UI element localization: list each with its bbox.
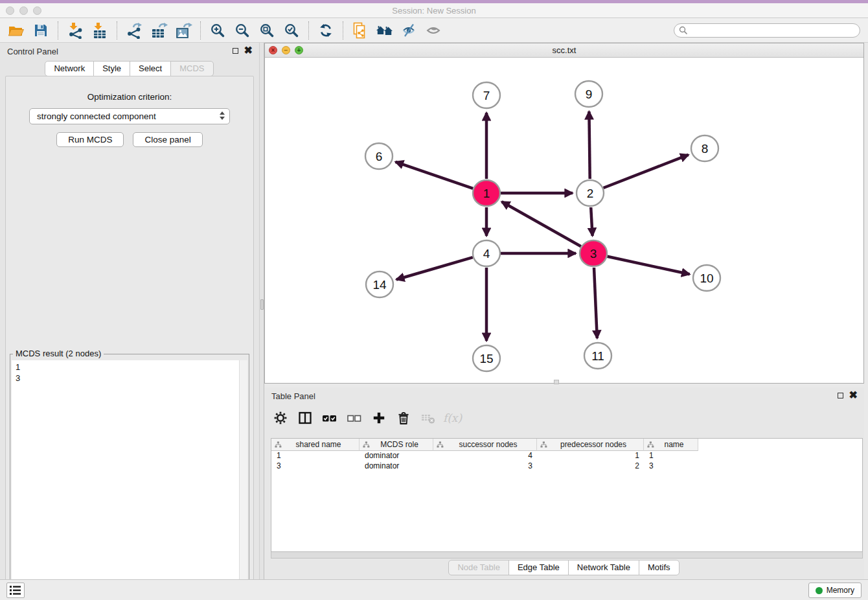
graph-node-label: 6 <box>376 150 383 163</box>
table-cell[interactable]: 1 <box>537 451 644 461</box>
graph-node-1[interactable]: 1 <box>473 180 500 206</box>
memory-button[interactable]: Memory <box>808 583 862 598</box>
graph-node-label: 3 <box>590 247 597 260</box>
create-column-icon[interactable] <box>368 407 389 429</box>
search-input[interactable] <box>691 25 860 36</box>
graph-edge-4-14[interactable] <box>396 257 473 279</box>
zoom-fit-icon[interactable] <box>255 20 279 41</box>
control-panel: Control Panel ✖ NetworkStyleSelectMCDS O… <box>0 43 259 579</box>
column-header-shared-name[interactable]: shared name <box>271 439 360 451</box>
table-cell[interactable]: 3 <box>271 461 360 472</box>
graph-node-3[interactable]: 3 <box>580 240 607 266</box>
import-network-icon[interactable] <box>63 20 87 41</box>
tab-style[interactable]: Style <box>93 61 130 76</box>
mcds-result-list[interactable]: 13 <box>12 360 239 596</box>
unselect-all-columns-icon[interactable] <box>343 407 365 429</box>
export-image-icon[interactable] <box>171 20 196 41</box>
table-row[interactable]: 3dominator323 <box>271 461 862 472</box>
optimization-criterion-value: strongly connected component <box>37 111 156 121</box>
tab-mcds[interactable]: MCDS <box>170 61 213 76</box>
graph-node-6[interactable]: 6 <box>365 143 393 169</box>
node-table[interactable]: shared nameMCDS rolesuccessor nodesprede… <box>271 438 863 552</box>
zoom-selected-icon[interactable] <box>279 20 304 41</box>
graph-node-11[interactable]: 11 <box>584 343 611 369</box>
network-window-titlebar[interactable]: × − + scc.txt <box>265 43 863 58</box>
graph-node-14[interactable]: 14 <box>366 271 393 297</box>
table-panel-title: Table Panel <box>271 391 315 401</box>
session-title: Session: New Session <box>0 6 868 16</box>
graph-node-label: 2 <box>587 187 594 200</box>
export-network-icon[interactable] <box>122 20 146 41</box>
table-cell[interactable]: 3 <box>644 461 698 472</box>
float-panel-icon[interactable] <box>233 48 238 54</box>
result-item: 3 <box>12 373 239 384</box>
open-session-icon[interactable] <box>4 20 29 41</box>
column-header-name[interactable]: name <box>644 439 698 451</box>
float-table-panel-icon[interactable] <box>838 393 843 398</box>
network-graph[interactable]: 7968124314101511 <box>265 58 863 383</box>
table-cell[interactable]: 2 <box>537 461 644 472</box>
show-column-icon[interactable] <box>294 407 315 429</box>
table-row[interactable]: 1dominator411 <box>271 451 862 461</box>
select-all-columns-icon[interactable] <box>319 407 340 429</box>
tab-motifs[interactable]: Motifs <box>639 560 680 575</box>
table-cell[interactable]: 1 <box>271 451 360 461</box>
tab-network-table[interactable]: Network Table <box>568 560 639 575</box>
graph-node-7[interactable]: 7 <box>473 82 500 108</box>
graph-edge-3-10[interactable] <box>608 257 690 275</box>
control-panel-tabs: NetworkStyleSelectMCDS <box>0 61 259 76</box>
tab-network[interactable]: Network <box>45 61 94 76</box>
network-canvas[interactable]: 7968124314101511 <box>265 58 863 383</box>
search-box[interactable] <box>674 23 860 38</box>
table-panel-tabs: Node TableEdge TableNetwork TableMotifs <box>264 560 864 575</box>
column-header-MCDS-role[interactable]: MCDS role <box>360 439 433 451</box>
graph-node-15[interactable]: 15 <box>473 345 500 371</box>
first-neighbors-icon[interactable] <box>372 20 397 41</box>
table-cell[interactable]: 1 <box>644 451 698 461</box>
save-session-icon[interactable] <box>29 20 53 41</box>
graph-node-8[interactable]: 8 <box>691 135 718 161</box>
result-scrollbar[interactable] <box>239 360 247 596</box>
table-panel: Table Panel ✖ f(x) shared <box>264 387 864 579</box>
column-header-predecessor-nodes[interactable]: predecessor nodes <box>537 439 644 451</box>
run-mcds-button[interactable]: Run MCDS <box>56 132 124 147</box>
import-table-icon[interactable] <box>87 20 112 41</box>
apply-layout-icon[interactable] <box>314 20 338 41</box>
graph-edge-2-9[interactable] <box>589 111 589 179</box>
close-table-panel-icon[interactable]: ✖ <box>849 391 858 399</box>
table-cell[interactable]: dominator <box>360 461 433 472</box>
delete-columns-icon[interactable] <box>393 407 414 429</box>
tab-node-table[interactable]: Node Table <box>448 560 509 575</box>
graph-edge-3-1[interactable] <box>502 202 581 246</box>
task-history-button[interactable] <box>6 583 25 598</box>
result-item: 1 <box>12 362 239 373</box>
graph-node-10[interactable]: 10 <box>693 265 720 291</box>
close-panel-button[interactable]: Close panel <box>133 132 202 147</box>
table-cell[interactable]: 3 <box>433 461 537 472</box>
graph-edge-1-6[interactable] <box>396 162 474 189</box>
horizontal-splitter-handle[interactable] <box>554 380 559 384</box>
optimization-criterion-select[interactable]: strongly connected component <box>29 108 230 124</box>
graph-edge-2-3[interactable] <box>591 207 592 236</box>
tab-select[interactable]: Select <box>130 61 171 76</box>
graph-edge-3-11[interactable] <box>594 268 597 338</box>
graph-node-2[interactable]: 2 <box>577 180 604 206</box>
splitter-handle[interactable] <box>260 299 264 310</box>
graph-node-4[interactable]: 4 <box>473 240 500 266</box>
close-panel-icon[interactable]: ✖ <box>244 47 253 54</box>
tab-edge-table[interactable]: Edge Table <box>508 560 569 575</box>
zoom-out-icon[interactable] <box>230 20 255 41</box>
table-cell[interactable]: 4 <box>433 451 537 461</box>
table-options-icon[interactable] <box>269 407 291 429</box>
hide-details-icon[interactable] <box>397 20 422 41</box>
graph-node-9[interactable]: 9 <box>575 81 602 107</box>
show-details-icon[interactable] <box>422 20 446 41</box>
export-table-icon[interactable] <box>146 20 171 41</box>
new-network-icon[interactable] <box>348 20 372 41</box>
table-cell[interactable]: dominator <box>360 451 433 461</box>
column-header-successor-nodes[interactable]: successor nodes <box>433 439 537 451</box>
graph-edge-2-8[interactable] <box>604 155 689 188</box>
optimization-criterion-label: Optimization criterion: <box>6 92 253 102</box>
vertical-splitter[interactable] <box>259 43 264 579</box>
zoom-in-icon[interactable] <box>205 20 230 41</box>
